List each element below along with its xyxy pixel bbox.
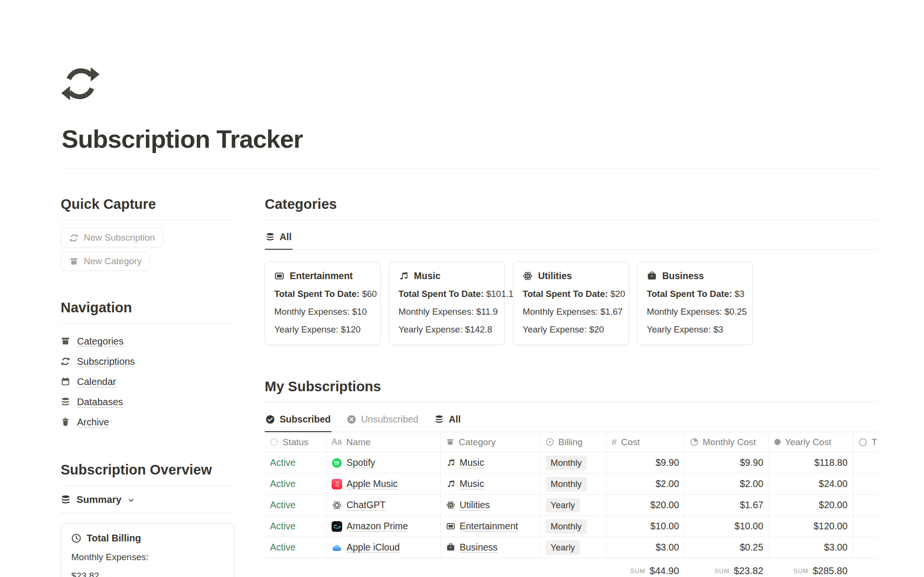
tab-all-subscriptions[interactable]: All [434,408,462,432]
monthly-cost-cell: $2.00 [684,474,769,494]
new-subscription-label: New Subscription [84,232,155,243]
billing-tag[interactable]: Yearly [546,540,580,555]
new-category-button[interactable]: New Category [61,252,150,271]
tab-subscribed[interactable]: Subscribed [265,408,332,432]
categories-title: Categories [265,196,877,220]
pie-circle-icon [690,438,698,446]
category-name: Business [662,270,704,282]
column-header-cost[interactable]: # Cost [606,432,684,452]
sidebar-item-calendar[interactable]: Calendar [61,372,234,392]
status-badge: Active [270,500,295,511]
total-spent-value: $20 [610,289,625,299]
atom-icon [523,271,533,281]
total-spent-value: $3 [734,289,744,299]
truncated-cell [853,516,877,537]
category-link[interactable]: Music [460,478,484,489]
icloud-icon [332,542,342,553]
total-billing-card: Total Billing Monthly Expenses: $23.82 Y… [61,523,234,577]
total-spent-value: $60 [362,289,377,299]
category-card-entertainment[interactable]: Entertainment Total Spent To Date: $60 M… [265,261,381,345]
column-header-category[interactable]: Category [440,432,540,452]
truncated-cell [853,537,877,558]
number-icon: # [612,437,617,448]
subscriptions-tabbar: Subscribed Unsubscribed All [265,408,877,432]
tab-unsubscribed[interactable]: Unsubscribed [346,408,419,432]
sidebar-item-archive[interactable]: Archive [61,412,234,432]
category-name: Music [414,270,440,282]
billing-tag[interactable]: Monthly [546,477,587,491]
name-cell[interactable]: Amazon Prime [326,516,440,537]
yearly-expense-line: Yearly Expense: $120 [274,324,371,335]
column-header-status[interactable]: Status [265,432,326,452]
title-divider [61,168,877,168]
billing-tag[interactable]: Yearly [546,498,580,513]
category-cell[interactable]: Music [440,452,540,473]
name-cell[interactable]: ChatGPT [326,495,440,515]
monthly-expenses-label: Monthly Expenses: [71,552,224,563]
total-spent-label: Total Spent To Date: [274,289,359,299]
total-spent-label: Total Spent To Date: [523,289,608,299]
column-header-name[interactable]: Aa Name [326,432,440,452]
quick-capture-title: Quick Capture [61,196,234,220]
summary-view-dropdown[interactable]: Summary [61,486,234,513]
chatgpt-icon [332,500,342,511]
monthly-cost-cell: $9.90 [684,452,769,473]
billing-tag[interactable]: Monthly [546,519,587,534]
name-cell[interactable]: Spotify [326,452,440,473]
category-link[interactable]: Utilities [460,500,490,511]
status-badge: Active [270,542,295,553]
music-note-icon [446,479,455,488]
category-cell[interactable]: Music [440,474,540,494]
subscription-link[interactable]: Spotify [346,457,375,468]
spotify-icon [332,458,342,468]
billing-tag[interactable]: Monthly [546,456,587,470]
column-header-yearly-cost[interactable]: Yearly Cost [769,432,853,452]
category-card-music[interactable]: Music Total Spent To Date: $101.1 Monthl… [389,261,505,345]
category-cell[interactable]: Utilities [440,495,540,515]
nav-link-label: Calendar [77,376,116,387]
category-cell[interactable]: Entertainment [440,516,540,537]
tab-all-categories[interactable]: All [265,226,293,249]
music-note-icon [446,458,455,467]
yearly-cost-cell: $120.00 [769,516,853,537]
column-header-monthly-cost[interactable]: Monthly Cost [684,432,769,452]
main-content: Categories All Entertainment Total Spent… [265,196,877,577]
subscription-link[interactable]: ChatGPT [346,500,385,511]
category-link[interactable]: Entertainment [460,521,518,532]
name-cell[interactable]: Apple iCloud [326,537,440,558]
yearly-cost-cell: $118.80 [769,452,853,473]
tv-icon [274,271,284,281]
sidebar-item-databases[interactable]: Databases [61,392,234,412]
column-header-truncated[interactable]: T [853,432,877,452]
sidebar-item-subscriptions[interactable]: Subscriptions [61,351,234,372]
truncated-cell [853,474,877,494]
table-header-row: Status Aa Name Category Billing [265,432,877,452]
atom-icon [446,500,455,510]
table-sum-row: SUM $44.90 SUM $23.82 SUM $285.80 [265,558,877,577]
navigation-list: Categories Subscriptions Calendar Databa… [61,331,234,432]
yearly-expense-line: Yearly Expense: $142.8 [398,324,495,335]
subscription-link[interactable]: Amazon Prime [346,521,408,532]
category-card-business[interactable]: Business Total Spent To Date: $3 Monthly… [637,261,753,345]
calendar-icon [61,377,70,386]
navigation-title: Navigation [61,300,234,323]
subscription-link[interactable]: Apple Music [346,478,398,489]
total-spent-label: Total Spent To Date: [398,289,484,299]
tab-label: Subscribed [280,414,331,425]
category-cards: Entertainment Total Spent To Date: $60 M… [265,261,877,345]
cost-cell: $10.00 [606,516,684,537]
sidebar-item-categories[interactable]: Categories [61,331,234,351]
monthly-cost-sum: SUM $23.82 [684,558,769,577]
category-card-utilities[interactable]: Utilities Total Spent To Date: $20 Month… [513,261,629,345]
column-header-billing[interactable]: Billing [540,432,606,452]
new-subscription-button[interactable]: New Subscription [61,228,164,247]
amazon-prime-icon [332,521,342,532]
category-cell[interactable]: Business [440,537,540,558]
yearly-cost-cell: $20.00 [769,495,853,515]
category-link[interactable]: Music [460,457,484,468]
name-cell[interactable]: ♫ Apple Music [326,474,440,494]
subscription-link[interactable]: Apple iCloud [346,542,400,553]
trash-icon [61,417,70,427]
category-link[interactable]: Business [460,542,498,553]
yearly-cost-cell: $3.00 [769,537,853,558]
